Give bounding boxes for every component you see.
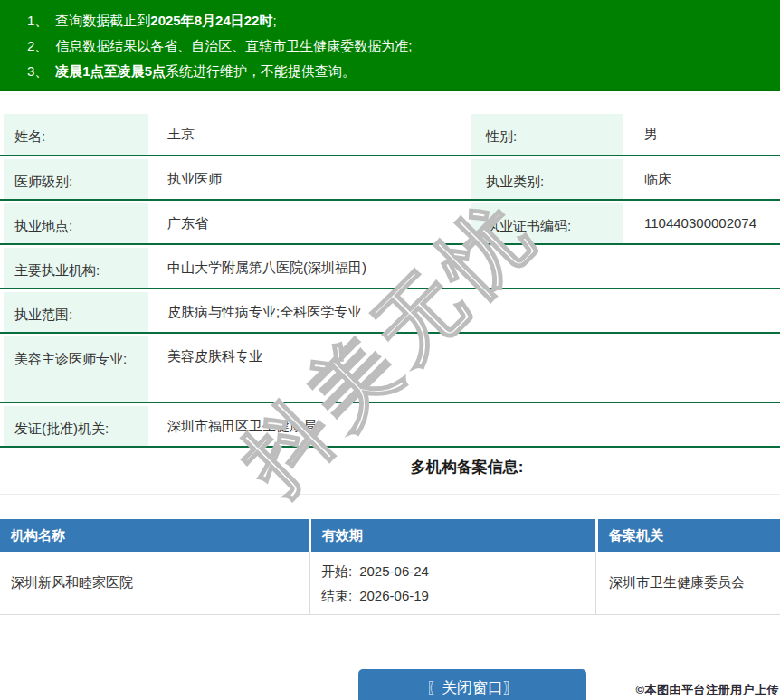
table-row: 执业地点: 广东省 执业证书编码: 110440300002074 bbox=[0, 201, 780, 245]
field-label-certificate-number: 执业证书编码: bbox=[471, 203, 623, 243]
field-value-doctor-level: 执业医师 bbox=[152, 156, 471, 199]
field-label-issuing-authority: 发证(批准)机关: bbox=[4, 406, 148, 446]
table-row: 深圳新风和睦家医院 开始:2025-06-24 结束:2026-06-19 深圳… bbox=[0, 552, 780, 615]
notice-text: 系统进行维护，不能提供查询。 bbox=[166, 63, 356, 79]
notice-text: 查询数据截止到 bbox=[55, 13, 150, 28]
validity-end: 结束:2026-06-19 bbox=[321, 583, 429, 608]
notice-number: 3、 bbox=[27, 63, 48, 79]
field-value-certificate-number: 110440300002074 bbox=[628, 201, 780, 243]
notice-banner: 1、查询数据截止到2025年8月24日22时; 2、信息数据结果以各省、自治区、… bbox=[0, 0, 780, 91]
field-label-doctor-level: 医师级别: bbox=[4, 159, 148, 199]
column-header-org-name: 机构名称 bbox=[0, 519, 309, 552]
validity-start-label: 开始: bbox=[321, 563, 352, 579]
field-label-practice-scope: 执业范围: bbox=[4, 292, 148, 332]
validity-end-label: 结束: bbox=[321, 588, 352, 603]
field-value-gender: 男 bbox=[628, 111, 780, 155]
field-value-cosmetic-specialty: 美容皮肤科专业 bbox=[152, 334, 780, 402]
notice-line-2: 2、信息数据结果以各省、自治区、直辖市卫生健康委数据为准; bbox=[27, 33, 771, 59]
close-window-button[interactable]: 〖关闭窗口〗 bbox=[358, 669, 586, 700]
validity-start: 开始:2025-06-24 bbox=[321, 559, 429, 583]
validity-end-date: 2026-06-19 bbox=[359, 588, 429, 603]
field-value-issuing-authority: 深圳市福田区卫生健康局 bbox=[152, 403, 780, 446]
field-label-name: 姓名: bbox=[4, 114, 148, 155]
divider bbox=[0, 657, 780, 657]
column-header-filing-authority: 备案机关 bbox=[598, 519, 780, 552]
table-row: 执业范围: 皮肤病与性病专业;全科医学专业 bbox=[0, 289, 780, 334]
divider bbox=[0, 494, 780, 495]
field-value-practice-category: 临床 bbox=[628, 156, 780, 199]
notice-text: ; bbox=[272, 13, 276, 28]
field-value-main-institution: 中山大学附属第八医院(深圳福田) bbox=[152, 245, 780, 288]
table-row: 美容主诊医师专业: 美容皮肤科专业 bbox=[0, 334, 780, 403]
notice-text: 信息数据结果以各省、自治区、直辖市卫生健康委数据为准; bbox=[55, 38, 412, 53]
notice-number: 2、 bbox=[27, 38, 48, 53]
notice-bold-text: 2025年8月24日22时 bbox=[150, 13, 272, 28]
multi-org-table: 机构名称 有效期 备案机关 深圳新风和睦家医院 开始:2025-06-24 结束… bbox=[0, 519, 780, 615]
field-value-practice-location: 广东省 bbox=[152, 201, 471, 243]
column-header-validity: 有效期 bbox=[311, 519, 595, 552]
footer-upload-watermark: ©本图由平台注册用户上传 bbox=[635, 682, 779, 698]
table-row: 主要执业机构: 中山大学附属第八医院(深圳福田) bbox=[0, 245, 780, 289]
field-value-practice-scope: 皮肤病与性病专业;全科医学专业 bbox=[152, 289, 780, 332]
field-value-name: 王京 bbox=[152, 111, 471, 155]
table-row: 姓名: 王京 性别: 男 bbox=[0, 111, 780, 156]
org-name-cell: 深圳新风和睦家医院 bbox=[0, 552, 310, 614]
table-row: 发证(批准)机关: 深圳市福田区卫生健康局 bbox=[0, 403, 780, 448]
field-label-gender: 性别: bbox=[471, 114, 623, 155]
multi-org-heading: 多机构备案信息: bbox=[0, 459, 780, 477]
doctor-info-table: 姓名: 王京 性别: 男 医师级别: 执业医师 执业类别: 临床 执业地点: 广… bbox=[0, 111, 780, 448]
validity-cell: 开始:2025-06-24 结束:2026-06-19 bbox=[310, 552, 596, 614]
notice-number: 1、 bbox=[27, 13, 48, 28]
filing-authority-cell: 深圳市卫生健康委员会 bbox=[596, 552, 780, 614]
table-row: 医师级别: 执业医师 执业类别: 临床 bbox=[0, 156, 780, 201]
field-label-main-institution: 主要执业机构: bbox=[4, 248, 148, 288]
field-label-practice-location: 执业地点: bbox=[4, 203, 148, 243]
notice-line-1: 1、查询数据截止到2025年8月24日22时; bbox=[27, 8, 771, 33]
field-label-cosmetic-specialty: 美容主诊医师专业: bbox=[4, 336, 148, 402]
notice-line-3: 3、凌晨1点至凌晨5点系统进行维护，不能提供查询。 bbox=[27, 59, 771, 84]
validity-start-date: 2025-06-24 bbox=[359, 563, 429, 579]
notice-bold-text: 凌晨1点至凌晨5点 bbox=[55, 63, 166, 79]
field-label-practice-category: 执业类别: bbox=[471, 159, 623, 199]
multi-org-table-header: 机构名称 有效期 备案机关 bbox=[0, 519, 780, 552]
